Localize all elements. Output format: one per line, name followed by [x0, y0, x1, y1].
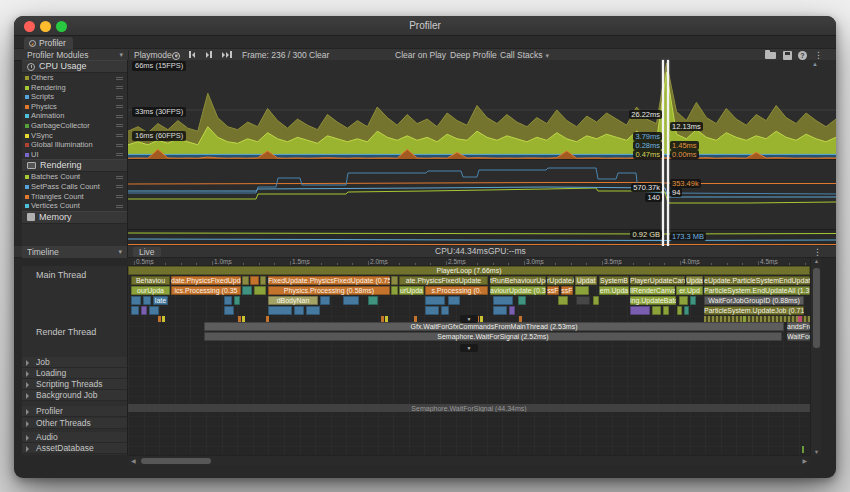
- flame-segment[interactable]: PlayerLoop (7.66ms): [128, 266, 810, 275]
- flame-segment[interactable]: [224, 306, 234, 315]
- drag-handle-icon[interactable]: [116, 134, 123, 137]
- flame-segment[interactable]: rUpdateA: [547, 276, 574, 285]
- expand-rows-button[interactable]: ▼: [460, 344, 478, 352]
- legend-item-setpass-calls-count[interactable]: SetPass Calls Count: [22, 182, 127, 192]
- flame-segment[interactable]: [684, 306, 689, 315]
- flame-segment[interactable]: ate.PhysicsFixedUpdate: [399, 276, 488, 285]
- drag-handle-icon[interactable]: [116, 153, 123, 156]
- flame-segment[interactable]: PlayerUpdateCan: [630, 276, 685, 285]
- legend-item-rendering[interactable]: Rendering: [22, 83, 127, 93]
- legend-item-triangles-count[interactable]: Triangles Count: [22, 192, 127, 202]
- drag-handle-icon[interactable]: [116, 86, 123, 89]
- flame-segment[interactable]: late: [153, 296, 168, 305]
- flame-segment[interactable]: [306, 306, 320, 315]
- scroll-up-icon[interactable]: ▲: [811, 258, 822, 264]
- job-stripe-band[interactable]: [704, 316, 810, 322]
- flame-segment[interactable]: [391, 276, 398, 285]
- timeline-kebab-icon[interactable]: ⋮: [813, 246, 822, 258]
- vertical-scrollbar[interactable]: ▲ ▼: [810, 258, 821, 455]
- flame-segment[interactable]: Updat: [575, 276, 597, 285]
- current-frame-button[interactable]: [222, 51, 232, 58]
- flame-segment[interactable]: [143, 296, 151, 305]
- flame-segment[interactable]: [493, 296, 513, 305]
- legend-item-ui[interactable]: UI: [22, 150, 127, 160]
- scroll-up-icon[interactable]: ▲: [812, 61, 818, 67]
- flame-segment[interactable]: ing.UpdateBatch: [630, 296, 676, 305]
- save-profile-icon[interactable]: [783, 51, 792, 60]
- flame-segment[interactable]: [260, 276, 266, 285]
- flame-segment[interactable]: [518, 296, 526, 305]
- thread-label-profiler[interactable]: Profiler: [22, 406, 127, 417]
- chart-pane[interactable]: 66ms (15FPS)33ms (30FPS)16ms (60FPS)26.2…: [128, 60, 836, 246]
- scroll-right-icon[interactable]: ▶: [802, 456, 807, 466]
- flame-segment[interactable]: ssF: [547, 286, 559, 295]
- flame-segment[interactable]: [242, 286, 252, 295]
- flame-segment[interactable]: ssF: [561, 286, 573, 295]
- flame-segment[interactable]: [677, 306, 682, 315]
- flame-segment[interactable]: [593, 296, 599, 305]
- live-button[interactable]: Live: [133, 247, 161, 257]
- legend-item-batches-count[interactable]: Batches Count: [22, 172, 127, 182]
- flame-segment[interactable]: [250, 276, 259, 285]
- flame-segment[interactable]: [343, 296, 359, 305]
- module-header-memory[interactable]: Memory: [22, 211, 127, 224]
- thread-label-loading[interactable]: Loading: [22, 368, 127, 379]
- flame-segment[interactable]: [663, 306, 669, 315]
- flame-segment[interactable]: [149, 306, 159, 315]
- flame-segment[interactable]: [630, 306, 650, 315]
- flame-segment[interactable]: WaitForJobGroupID (0.88ms): [704, 296, 804, 305]
- flame-segment[interactable]: [679, 296, 688, 305]
- module-header-cpu-usage[interactable]: CPU Usage: [22, 60, 127, 73]
- flame-segment[interactable]: Semaphore.WaitForSignal (2.52ms): [204, 332, 782, 341]
- flame-segment[interactable]: [224, 296, 232, 305]
- flame-segment[interactable]: [575, 286, 589, 295]
- drag-handle-icon[interactable]: [116, 176, 123, 179]
- thread-label-background-job[interactable]: Background Job: [22, 390, 127, 401]
- drag-handle-icon[interactable]: [116, 124, 123, 127]
- flame-segment[interactable]: [242, 276, 249, 285]
- flame-segment[interactable]: em.Upda: [599, 286, 629, 295]
- memory-chart[interactable]: [128, 230, 836, 246]
- legend-item-physics[interactable]: Physics: [22, 102, 127, 112]
- flame-segment[interactable]: ourUpda: [131, 286, 170, 295]
- legend-item-animation[interactable]: Animation: [22, 111, 127, 121]
- drag-handle-icon[interactable]: [116, 77, 123, 80]
- scrollbar-thumb[interactable]: [813, 268, 820, 348]
- flame-segment[interactable]: [294, 306, 304, 315]
- drag-handle-icon[interactable]: [116, 195, 123, 198]
- scroll-left-icon[interactable]: ◀: [131, 456, 136, 466]
- prev-frame-button[interactable]: [189, 51, 195, 58]
- drag-handle-icon[interactable]: [116, 96, 123, 99]
- scroll-down-icon[interactable]: ▼: [811, 449, 822, 455]
- flame-segment[interactable]: llRenderCanvas: [630, 286, 675, 295]
- next-frame-button[interactable]: [206, 51, 212, 58]
- legend-item-vertices-count[interactable]: Vertices Count: [22, 201, 127, 211]
- flame-segment[interactable]: [425, 306, 439, 315]
- flame-segment[interactable]: er.Upd: [676, 286, 703, 295]
- legend-item-scripts[interactable]: Scripts: [22, 92, 127, 102]
- flame-segment[interactable]: Gfx.WaitForGfxCommandsFromMainThread (2.…: [204, 322, 784, 331]
- flame-segment[interactable]: Updat: [686, 276, 703, 285]
- timeline-flame-graph[interactable]: PlayerLoop (7.66ms)Behavioudate.PhysicsF…: [128, 266, 810, 455]
- flame-segment[interactable]: [320, 296, 330, 305]
- overflow-sample-bar[interactable]: Semaphore.WaitForSignal (44.34ms): [128, 404, 810, 412]
- flame-segment[interactable]: [509, 306, 515, 315]
- thread-label-assetdatabase[interactable]: AssetDatabase: [22, 443, 127, 454]
- tab-profiler[interactable]: Profiler: [24, 37, 73, 49]
- drag-handle-icon[interactable]: [116, 144, 123, 147]
- legend-item-garbagecollector[interactable]: GarbageCollector: [22, 121, 127, 131]
- flame-segment[interactable]: [576, 296, 590, 305]
- module-header-rendering[interactable]: Rendering: [22, 159, 127, 172]
- thread-label-scripting-threads[interactable]: Scripting Threads: [22, 379, 127, 390]
- flame-segment[interactable]: FixedUpdate.PhysicsFixedUpdate (0.75ms): [268, 276, 390, 285]
- legend-item-global-illumination[interactable]: Global Illumination: [22, 140, 127, 150]
- time-ruler[interactable]: 0.5ms1.0ms1.5ms2.0ms2.5ms3.0ms3.5ms4.0ms…: [128, 258, 810, 266]
- flame-segment[interactable]: [493, 306, 507, 315]
- flame-segment[interactable]: tRunBehaviourUpd: [490, 276, 546, 285]
- cpu-usage-chart[interactable]: [128, 60, 836, 160]
- flame-segment[interactable]: andsFrom: [787, 322, 810, 331]
- rendering-chart[interactable]: [128, 160, 836, 230]
- flame-segment[interactable]: WaitForSig: [787, 332, 810, 341]
- thread-label-audio[interactable]: Audio: [22, 432, 127, 443]
- legend-item-others[interactable]: Others: [22, 73, 127, 83]
